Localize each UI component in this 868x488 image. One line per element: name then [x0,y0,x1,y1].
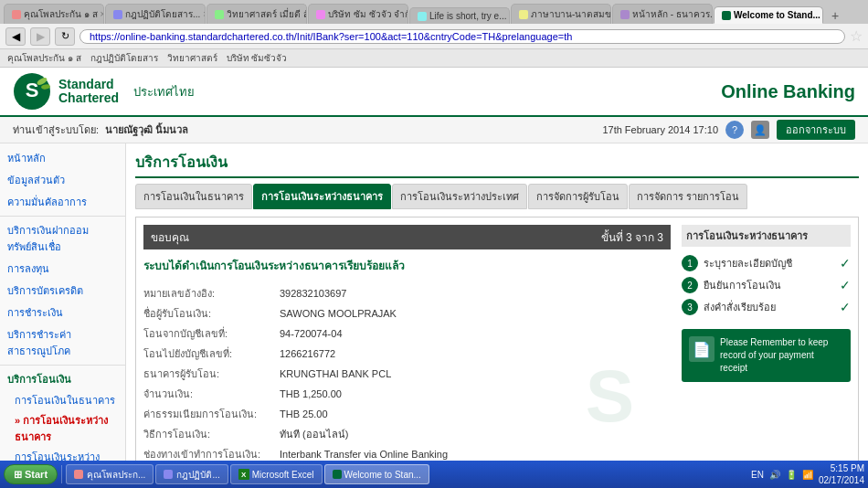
step-item-1: 1 ระบุรายละเอียดบัญชี ✓ [682,252,851,274]
tab-interbank[interactable]: การโอนเงินระหว่างธนาคาร [253,184,391,209]
tab-inbank[interactable]: การโอนเงินในธนาคาร [135,184,252,209]
logo-area: S Standard Chartered ประเทศไทย [13,72,195,111]
tab-2[interactable]: กฎปฏิบัติโดยสาร... × [105,4,206,24]
step-num-2: 2 [682,277,698,293]
username: นายณัฐวุฒิ นิ้มนวล [105,124,188,135]
side-content: การโอนเงินระหว่างธนาคาร 1 ระบุรายละเอียด… [682,225,851,461]
section-title: บริการโอนเงิน [135,151,859,178]
star-icon[interactable]: ☆ [850,27,863,45]
tab-5[interactable]: Life is short, try e... × [409,7,510,24]
main-content: ขอบคุณ ขั้นที่ 3 จาก 3 ระบบได้ดำเนินการโ… [143,225,671,461]
tab-8-active[interactable]: Welcome to Stand... × [714,6,823,24]
tab-international[interactable]: การโอนเงินระหว่างประเทศ [392,184,527,209]
sidebar-item-transfer-domestic[interactable]: การโอนเงินในธนาคาร [0,390,125,410]
detail-value: THB 1,250.00 [276,384,671,404]
logo-icon: S [13,72,51,111]
detail-value: 94-720074-04 [276,324,671,344]
side-title: การโอนเงินระหว่างธนาคาร [682,225,851,247]
user-icon[interactable]: 👤 [751,121,769,139]
tab-1[interactable]: คุณโพลประกัน ๑ ส × [4,4,104,24]
sidebar-item-personal[interactable]: ข้อมูลส่วนตัว [0,169,125,191]
step-check-2: ✓ [840,278,851,292]
logout-button[interactable]: ออกจากระบบ [777,120,855,140]
reminder-box: 📄 Please Remember to keep record of your… [682,329,851,382]
detail-row-6: ค่าธรรมเนียมการโอนเงิน: THB 25.00 [143,404,671,424]
detail-value: KRUNGTHAI BANK PCL [276,364,671,384]
step-number: ขั้นที่ 3 จาก 3 [601,228,663,246]
detail-row-0: หมายเลขอ้างอิง: 392832103697 [143,283,671,303]
site-header: S Standard Chartered ประเทศไทย Online Ba… [0,68,868,117]
step-check-3: ✓ [840,300,851,314]
tab-7[interactable]: หน้าหลัก - ธนาควร... × [612,4,713,24]
taskbar-lang[interactable]: EN [751,470,764,480]
step-label-1: ระบุรายละเอียดบัญชี [704,255,834,271]
bookmark-3[interactable]: วิทยาศาสตร์ [167,51,217,65]
forward-button[interactable]: ▶ [30,27,50,46]
detail-row-5: จำนวนเงิน: THB 1,250.00 [143,384,671,404]
back-button[interactable]: ◀ [5,27,26,46]
taskbar-divider [61,465,62,483]
detail-label: หมายเลขอ้างอิง: [143,283,276,303]
taskbar-network-icon: 📶 [802,470,813,480]
start-button[interactable]: ⊞ Start [4,464,58,484]
user-actions: 17th February 2014 17:10 ? 👤 ออกจากระบบ [602,120,855,140]
user-date: 17th February 2014 17:10 [602,124,718,135]
detail-label: วิธีการโอนเงิน: [143,424,276,444]
page-content: S Standard Chartered ประเทศไทย Online Ba… [0,68,868,461]
sidebar-item-home[interactable]: หน้าหลัก [0,147,125,169]
step-item-3: 3 ส่งคำสั่งเรียบร้อย ✓ [682,296,851,318]
online-banking-title: Online Banking [721,81,855,102]
step-num-3: 3 [682,299,698,315]
sidebar-item-credit[interactable]: บริการบัตรเครดิต [0,280,125,302]
taskbar-item-1[interactable]: คุณโพลประก... [66,464,153,484]
user-bar: ท่านเข้าสู่ระบบโดย: นายณัฐวุฒิ นิ้มนวล 1… [0,117,868,143]
tab-manage-transfer[interactable]: การจัดการ รายการโอน [629,184,747,209]
new-tab-button[interactable]: + [826,7,844,24]
logo-text-group: Standard Chartered [58,78,119,106]
detail-row-7: วิธีการโอนเงิน: ทันที (ออนไลน์) [143,424,671,444]
help-icon[interactable]: ? [725,121,744,139]
bookmark-4[interactable]: บริษัท ซัมซัวจัว [227,51,288,65]
logo-line2: Chartered [58,91,119,105]
detail-label: ธนาคารผู้รับโอน: [143,364,276,384]
detail-value: SAWONG MOOLPRAJAK [276,303,671,324]
taskbar-item-browser[interactable]: Welcome to Stan... [324,464,429,484]
address-bar[interactable] [79,29,845,44]
refresh-button[interactable]: ↻ [55,27,75,46]
taskbar-system: EN 🔊 🔋 📶 5:15 PM 02/17/2014 [751,462,864,486]
main-layout: หน้าหลัก ข้อมูลส่วนตัว ความมั่นคัลอาการ … [0,143,868,461]
sidebar-item-transfer-interbank[interactable]: » การโอนเงินระหว่างธนาคาร [0,410,125,447]
detail-label: ชื่อผู้รับโอนเงิน: [143,303,276,324]
taskbar: ⊞ Start คุณโพลประก... กฎปฏิบัติ... X Mic… [0,461,868,488]
transfer-tabs: การโอนเงินในธนาคาร การโอนเงินระหว่างธนาค… [135,184,859,209]
sidebar-divider-2 [0,365,125,366]
browser-tabs-bar: คุณโพลประกัน ๑ ส × กฎปฏิบัติโดยสาร... × … [0,0,868,24]
detail-row-8: ช่องทางเข้าทำการโอนเงิน: Interbank Trans… [143,444,671,461]
sidebar-item-security[interactable]: ความมั่นคัลอาการ [0,191,125,213]
sidebar-group-transfer[interactable]: บริการโอนเงิน [0,368,125,390]
reminder-icon: 📄 [689,336,715,362]
taskbar-speaker-icon[interactable]: 🔊 [769,470,780,480]
sidebar-item-invest[interactable]: การลงทุน [0,258,125,280]
detail-value: THB 25.00 [276,404,671,424]
tab-manage-recipient[interactable]: การจัดการผู้รับโอน [528,184,628,209]
sidebar-item-utilities[interactable]: บริการชำระค่าสาธารณูปโภค [0,324,125,362]
detail-value: Interbank Transfer via Online Banking [276,444,671,461]
tab-3[interactable]: วิทยาศาสตร์ เมี่ยตี สั... × [206,4,307,24]
detail-value: 1266216772 [276,344,671,364]
step-thankyou: ขอบคุณ [151,228,189,246]
bookmark-1[interactable]: คุณโพลประกัน ๑ ส [7,51,81,65]
browser-toolbar: ◀ ▶ ↻ ☆ [0,24,868,49]
step-num-1: 1 [682,255,698,271]
bookmarks-bar: คุณโพลประกัน ๑ ส กฎปฏิบัติโดยสาร วิทยาศา… [0,49,868,68]
tab-6[interactable]: ภาษาบาน-นาตสมข... × [511,4,611,24]
sidebar-item-deposit[interactable]: บริการเงินฝากออมทรัพย์สินเชื่อ [0,219,125,258]
taskbar-item-excel[interactable]: X Microsoft Excel [230,464,323,484]
user-info: ท่านเข้าสู่ระบบโดย: นายณัฐวุฒิ นิ้มนวล [13,122,188,138]
taskbar-item-2[interactable]: กฎปฏิบัติ... [155,464,228,484]
detail-value: ทันที (ออนไลน์) [276,424,671,444]
bookmark-2[interactable]: กฎปฏิบัติโดยสาร [90,51,158,65]
sidebar-item-transfer-international[interactable]: การโอนเงินระหว่างประเทศ [0,447,125,461]
sidebar-item-payment[interactable]: การชำระเงิน [0,302,125,324]
tab-4[interactable]: บริษัท ซัม ซัวจัว จำกัด... × [308,4,408,24]
